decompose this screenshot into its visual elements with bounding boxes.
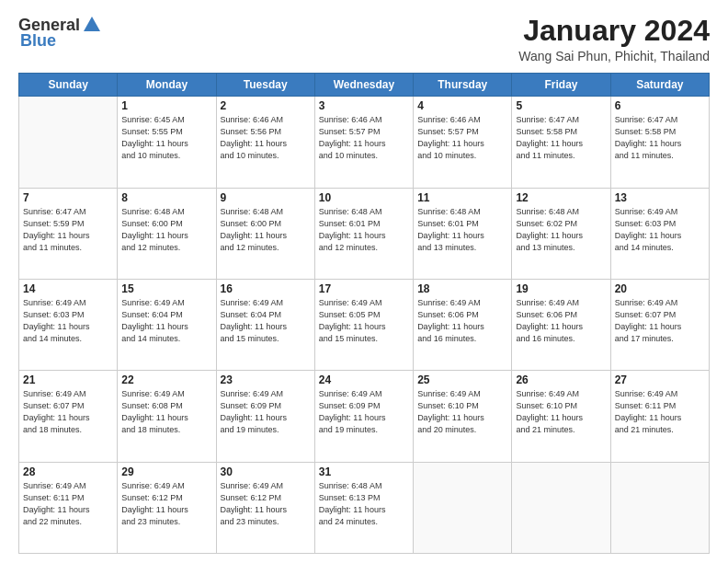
calendar-cell: 31Sunrise: 6:48 AMSunset: 6:13 PMDayligh… bbox=[314, 462, 413, 553]
day-number: 18 bbox=[417, 282, 507, 295]
logo-blue: Blue bbox=[20, 31, 56, 51]
cell-info: Sunrise: 6:49 AMSunset: 6:06 PMDaylight:… bbox=[417, 297, 507, 345]
calendar-cell: 23Sunrise: 6:49 AMSunset: 6:09 PMDayligh… bbox=[216, 371, 314, 462]
cell-info: Sunrise: 6:48 AMSunset: 6:01 PMDaylight:… bbox=[417, 206, 507, 254]
cell-info: Sunrise: 6:49 AMSunset: 6:12 PMDaylight:… bbox=[121, 480, 211, 528]
calendar-cell: 16Sunrise: 6:49 AMSunset: 6:04 PMDayligh… bbox=[216, 279, 314, 370]
day-number: 2 bbox=[221, 99, 311, 112]
cell-info: Sunrise: 6:49 AMSunset: 6:06 PMDaylight:… bbox=[516, 297, 606, 345]
cell-info: Sunrise: 6:49 AMSunset: 6:05 PMDaylight:… bbox=[319, 297, 409, 345]
cell-info: Sunrise: 6:49 AMSunset: 6:08 PMDaylight:… bbox=[121, 388, 211, 436]
day-number: 9 bbox=[221, 191, 311, 204]
calendar-cell: 4Sunrise: 6:46 AMSunset: 5:57 PMDaylight… bbox=[414, 97, 512, 188]
day-number: 29 bbox=[121, 465, 211, 478]
day-number: 11 bbox=[417, 191, 507, 204]
cell-info: Sunrise: 6:46 AMSunset: 5:57 PMDaylight:… bbox=[319, 114, 409, 162]
cell-info: Sunrise: 6:49 AMSunset: 6:09 PMDaylight:… bbox=[221, 388, 311, 436]
calendar-cell: 6Sunrise: 6:47 AMSunset: 5:58 PMDaylight… bbox=[610, 97, 709, 188]
cell-info: Sunrise: 6:49 AMSunset: 6:04 PMDaylight:… bbox=[121, 297, 211, 345]
calendar-cell: 30Sunrise: 6:49 AMSunset: 6:12 PMDayligh… bbox=[216, 462, 314, 553]
cell-info: Sunrise: 6:48 AMSunset: 6:13 PMDaylight:… bbox=[319, 480, 409, 528]
cell-info: Sunrise: 6:49 AMSunset: 6:09 PMDaylight:… bbox=[319, 388, 409, 436]
calendar-cell: 26Sunrise: 6:49 AMSunset: 6:10 PMDayligh… bbox=[512, 371, 610, 462]
cell-info: Sunrise: 6:48 AMSunset: 6:02 PMDaylight:… bbox=[516, 206, 606, 254]
calendar-cell: 1Sunrise: 6:45 AMSunset: 5:55 PMDaylight… bbox=[118, 97, 216, 188]
day-number: 22 bbox=[121, 373, 211, 386]
day-number: 16 bbox=[221, 282, 311, 295]
day-number: 14 bbox=[23, 282, 113, 295]
calendar-cell: 10Sunrise: 6:48 AMSunset: 6:01 PMDayligh… bbox=[314, 188, 413, 279]
calendar-cell: 15Sunrise: 6:49 AMSunset: 6:04 PMDayligh… bbox=[118, 279, 216, 370]
day-number: 8 bbox=[121, 191, 211, 204]
cell-info: Sunrise: 6:48 AMSunset: 6:01 PMDaylight:… bbox=[319, 206, 409, 254]
calendar-cell: 19Sunrise: 6:49 AMSunset: 6:06 PMDayligh… bbox=[512, 279, 610, 370]
calendar-cell: 7Sunrise: 6:47 AMSunset: 5:59 PMDaylight… bbox=[19, 188, 118, 279]
cell-info: Sunrise: 6:49 AMSunset: 6:11 PMDaylight:… bbox=[615, 388, 705, 436]
calendar-cell: 12Sunrise: 6:48 AMSunset: 6:02 PMDayligh… bbox=[512, 188, 610, 279]
day-number: 30 bbox=[221, 465, 311, 478]
day-number: 31 bbox=[319, 465, 409, 478]
day-number: 6 bbox=[615, 99, 705, 112]
calendar-cell: 2Sunrise: 6:46 AMSunset: 5:56 PMDaylight… bbox=[216, 97, 314, 188]
day-number: 20 bbox=[615, 282, 705, 295]
calendar-cell: 20Sunrise: 6:49 AMSunset: 6:07 PMDayligh… bbox=[610, 279, 709, 370]
cell-info: Sunrise: 6:49 AMSunset: 6:07 PMDaylight:… bbox=[615, 297, 705, 345]
cell-info: Sunrise: 6:49 AMSunset: 6:03 PMDaylight:… bbox=[615, 206, 705, 254]
cell-info: Sunrise: 6:49 AMSunset: 6:12 PMDaylight:… bbox=[221, 480, 311, 528]
svg-marker-0 bbox=[84, 17, 100, 31]
calendar-cell bbox=[512, 462, 610, 553]
day-number: 19 bbox=[516, 282, 606, 295]
day-number: 13 bbox=[615, 191, 705, 204]
calendar-cell: 29Sunrise: 6:49 AMSunset: 6:12 PMDayligh… bbox=[118, 462, 216, 553]
location: Wang Sai Phun, Phichit, Thailand bbox=[518, 49, 710, 63]
calendar-cell: 11Sunrise: 6:48 AMSunset: 6:01 PMDayligh… bbox=[414, 188, 512, 279]
calendar-cell: 5Sunrise: 6:47 AMSunset: 5:58 PMDaylight… bbox=[512, 97, 610, 188]
cell-info: Sunrise: 6:46 AMSunset: 5:57 PMDaylight:… bbox=[417, 114, 507, 162]
day-number: 23 bbox=[221, 373, 311, 386]
day-header: Monday bbox=[118, 74, 216, 97]
day-number: 25 bbox=[417, 373, 507, 386]
calendar-cell: 8Sunrise: 6:48 AMSunset: 6:00 PMDaylight… bbox=[118, 188, 216, 279]
day-number: 24 bbox=[319, 373, 409, 386]
calendar-cell: 18Sunrise: 6:49 AMSunset: 6:06 PMDayligh… bbox=[414, 279, 512, 370]
cell-info: Sunrise: 6:49 AMSunset: 6:11 PMDaylight:… bbox=[23, 480, 113, 528]
cell-info: Sunrise: 6:49 AMSunset: 6:04 PMDaylight:… bbox=[221, 297, 311, 345]
calendar-cell: 27Sunrise: 6:49 AMSunset: 6:11 PMDayligh… bbox=[610, 371, 709, 462]
day-header: Sunday bbox=[19, 74, 118, 97]
calendar-cell: 13Sunrise: 6:49 AMSunset: 6:03 PMDayligh… bbox=[610, 188, 709, 279]
logo: General Blue bbox=[18, 15, 102, 51]
cell-info: Sunrise: 6:49 AMSunset: 6:10 PMDaylight:… bbox=[417, 388, 507, 436]
cell-info: Sunrise: 6:49 AMSunset: 6:10 PMDaylight:… bbox=[516, 388, 606, 436]
calendar-cell: 28Sunrise: 6:49 AMSunset: 6:11 PMDayligh… bbox=[19, 462, 118, 553]
calendar-cell: 17Sunrise: 6:49 AMSunset: 6:05 PMDayligh… bbox=[314, 279, 413, 370]
calendar-cell bbox=[414, 462, 512, 553]
cell-info: Sunrise: 6:45 AMSunset: 5:55 PMDaylight:… bbox=[121, 114, 211, 162]
calendar-cell: 22Sunrise: 6:49 AMSunset: 6:08 PMDayligh… bbox=[118, 371, 216, 462]
day-number: 21 bbox=[23, 373, 113, 386]
header: General Blue January 2024 Wang Sai Phun,… bbox=[18, 15, 710, 63]
cell-info: Sunrise: 6:47 AMSunset: 5:58 PMDaylight:… bbox=[516, 114, 606, 162]
day-number: 4 bbox=[417, 99, 507, 112]
day-number: 10 bbox=[319, 191, 409, 204]
calendar-table: SundayMondayTuesdayWednesdayThursdayFrid… bbox=[18, 73, 710, 554]
title-section: January 2024 Wang Sai Phun, Phichit, Tha… bbox=[518, 15, 710, 63]
calendar-cell: 24Sunrise: 6:49 AMSunset: 6:09 PMDayligh… bbox=[314, 371, 413, 462]
calendar-cell bbox=[19, 97, 118, 188]
cell-info: Sunrise: 6:47 AMSunset: 5:59 PMDaylight:… bbox=[23, 206, 113, 254]
day-number: 27 bbox=[615, 373, 705, 386]
cell-info: Sunrise: 6:46 AMSunset: 5:56 PMDaylight:… bbox=[221, 114, 311, 162]
page: General Blue January 2024 Wang Sai Phun,… bbox=[0, 0, 728, 563]
day-number: 15 bbox=[121, 282, 211, 295]
day-number: 5 bbox=[516, 99, 606, 112]
day-number: 17 bbox=[319, 282, 409, 295]
day-header: Thursday bbox=[414, 74, 512, 97]
day-header: Wednesday bbox=[314, 74, 413, 97]
cell-info: Sunrise: 6:48 AMSunset: 6:00 PMDaylight:… bbox=[121, 206, 211, 254]
logo-icon bbox=[82, 15, 102, 35]
day-number: 12 bbox=[516, 191, 606, 204]
month-title: January 2024 bbox=[518, 15, 710, 47]
day-number: 26 bbox=[516, 373, 606, 386]
day-header: Saturday bbox=[610, 74, 709, 97]
day-number: 3 bbox=[319, 99, 409, 112]
cell-info: Sunrise: 6:48 AMSunset: 6:00 PMDaylight:… bbox=[221, 206, 311, 254]
